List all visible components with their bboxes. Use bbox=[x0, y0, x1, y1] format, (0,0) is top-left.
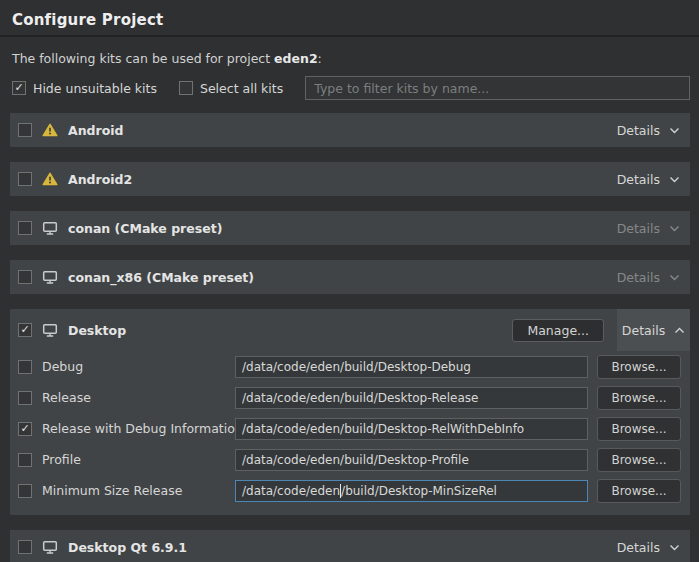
kit-name: Desktop Qt 6.9.1 bbox=[68, 540, 187, 555]
kit-checkbox[interactable] bbox=[18, 123, 32, 137]
browse-button[interactable]: Browse... bbox=[597, 417, 681, 441]
config-label: Release with Debug Information bbox=[42, 421, 235, 436]
details-button[interactable]: Details bbox=[617, 123, 680, 138]
browse-button[interactable]: Browse... bbox=[597, 479, 681, 503]
kit-checkbox[interactable] bbox=[18, 323, 32, 337]
hide-unsuitable-kits-label: Hide unsuitable kits bbox=[33, 81, 157, 96]
details-label: Details bbox=[617, 540, 660, 555]
chevron-up-icon bbox=[674, 327, 685, 334]
monitor-icon bbox=[42, 270, 58, 284]
build-config-row-minsizerel: Minimum Size Release /data/code/eden/bui… bbox=[10, 475, 690, 506]
kit-checkbox[interactable] bbox=[18, 172, 32, 186]
config-checkbox[interactable] bbox=[18, 360, 32, 374]
kit-panel-desktop: Desktop Manage... Details Debug Browse..… bbox=[10, 309, 690, 515]
kits-description-text: The following kits can be used for proje… bbox=[12, 51, 274, 66]
build-config-row-debug: Debug Browse... bbox=[10, 351, 690, 382]
page-title: Configure Project bbox=[12, 11, 687, 29]
kit-name: Desktop bbox=[68, 323, 126, 338]
kit-name: conan_x86 (CMake preset) bbox=[68, 270, 254, 285]
kit-row-desktop-qt: Desktop Qt 6.9.1 Details bbox=[10, 530, 690, 562]
project-name: eden2 bbox=[274, 51, 318, 66]
kit-checkbox[interactable] bbox=[18, 270, 32, 284]
browse-button[interactable]: Browse... bbox=[597, 386, 681, 410]
details-label: Details bbox=[622, 323, 665, 338]
kit-row-conan-x86: conan_x86 (CMake preset) Details bbox=[10, 260, 690, 294]
monitor-icon bbox=[42, 540, 58, 554]
kit-name: Android2 bbox=[68, 172, 132, 187]
kit-checkbox[interactable] bbox=[18, 221, 32, 235]
chevron-down-icon bbox=[669, 176, 680, 183]
config-checkbox[interactable] bbox=[18, 391, 32, 405]
kit-row-desktop: Desktop Manage... Details bbox=[10, 309, 690, 351]
manage-kits-button[interactable]: Manage... bbox=[512, 319, 604, 342]
checkbox-checked-icon bbox=[12, 81, 26, 95]
build-dir-input-profile[interactable] bbox=[235, 449, 588, 471]
details-button[interactable]: Details bbox=[617, 540, 680, 555]
kits-description-colon: : bbox=[318, 51, 322, 66]
checkbox-unchecked-icon bbox=[179, 81, 193, 95]
details-label: Details bbox=[617, 221, 660, 236]
details-label: Details bbox=[617, 172, 660, 187]
browse-button[interactable]: Browse... bbox=[597, 355, 681, 379]
warning-icon bbox=[42, 172, 58, 186]
build-dir-input-debug[interactable] bbox=[235, 356, 588, 378]
details-button[interactable]: Details bbox=[617, 309, 690, 351]
details-button[interactable]: Details bbox=[617, 270, 680, 285]
kit-list: Android Details Android2 Details conan ( bbox=[0, 113, 699, 562]
config-label: Minimum Size Release bbox=[42, 483, 235, 498]
kits-description: The following kits can be used for proje… bbox=[12, 51, 687, 66]
kit-row-conan: conan (CMake preset) Details bbox=[10, 211, 690, 245]
path-text-before-caret: /data/code/eden bbox=[242, 484, 340, 498]
details-label: Details bbox=[617, 123, 660, 138]
kit-row-android2: Android2 Details bbox=[10, 162, 690, 196]
page-header: Configure Project bbox=[0, 0, 699, 37]
chevron-down-icon bbox=[669, 127, 680, 134]
config-label: Debug bbox=[42, 359, 235, 374]
select-all-kits-label: Select all kits bbox=[200, 81, 283, 96]
build-config-row-profile: Profile Browse... bbox=[10, 444, 690, 475]
select-all-kits-checkbox[interactable]: Select all kits bbox=[179, 81, 283, 96]
path-text-after-caret: /build/Desktop-MinSizeRel bbox=[341, 484, 497, 498]
monitor-icon bbox=[42, 221, 58, 235]
warning-icon bbox=[42, 123, 58, 137]
chevron-down-icon bbox=[669, 225, 680, 232]
chevron-down-icon bbox=[669, 544, 680, 551]
details-label: Details bbox=[617, 270, 660, 285]
kit-filter-input[interactable] bbox=[305, 76, 690, 100]
config-checkbox[interactable] bbox=[18, 422, 32, 436]
config-label: Profile bbox=[42, 452, 235, 467]
monitor-icon bbox=[42, 323, 58, 337]
kit-name: Android bbox=[68, 123, 124, 138]
details-button[interactable]: Details bbox=[617, 221, 680, 236]
filter-toolbar: Hide unsuitable kits Select all kits bbox=[12, 76, 690, 100]
config-checkbox[interactable] bbox=[18, 453, 32, 467]
config-label: Release bbox=[42, 390, 235, 405]
build-config-row-release: Release Browse... bbox=[10, 382, 690, 413]
kit-row-android: Android Details bbox=[10, 113, 690, 147]
kit-name: conan (CMake preset) bbox=[68, 221, 222, 236]
hide-unsuitable-kits-checkbox[interactable]: Hide unsuitable kits bbox=[12, 81, 157, 96]
chevron-down-icon bbox=[669, 274, 680, 281]
browse-button[interactable]: Browse... bbox=[597, 448, 681, 472]
build-dir-input-minsizerel[interactable]: /data/code/eden/build/Desktop-MinSizeRel bbox=[235, 480, 588, 502]
build-dir-input-relwithdebinfo[interactable] bbox=[235, 418, 588, 440]
kit-checkbox[interactable] bbox=[18, 540, 32, 554]
build-config-row-relwithdebinfo: Release with Debug Information Browse... bbox=[10, 413, 690, 444]
build-dir-input-release[interactable] bbox=[235, 387, 588, 409]
config-checkbox[interactable] bbox=[18, 484, 32, 498]
details-button[interactable]: Details bbox=[617, 172, 680, 187]
